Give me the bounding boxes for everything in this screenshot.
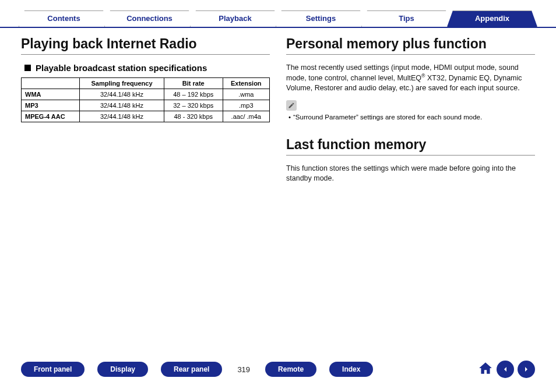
table-row: MP3 32/44.1/48 kHz 32 – 320 kbps .mp3 xyxy=(22,100,270,111)
rear-panel-button[interactable]: Rear panel xyxy=(161,362,222,377)
subheading-text: Playable broadcast station specification… xyxy=(36,63,207,73)
spec-table: Sampling frequency Bit rate Extension WM… xyxy=(21,77,270,122)
top-tabs: Contents Connections Playback Settings T… xyxy=(0,0,556,27)
right-column: Personal memory plus function The most r… xyxy=(286,36,535,190)
th-bitrate: Bit rate xyxy=(164,78,223,89)
tab-contents[interactable]: Contents xyxy=(19,10,109,27)
page-content: Playing back Internet Radio Playable bro… xyxy=(0,27,556,190)
cell-name: MP3 xyxy=(22,100,80,111)
heading-internet-radio: Playing back Internet Radio xyxy=(21,36,270,52)
remote-button[interactable]: Remote xyxy=(265,362,316,377)
index-button[interactable]: Index xyxy=(329,362,373,377)
next-page-button[interactable] xyxy=(518,361,535,378)
th-extension: Extension xyxy=(223,78,269,89)
home-icon[interactable] xyxy=(478,361,493,378)
square-bullet-icon xyxy=(24,65,31,71)
para-personal-memory: The most recently used settings (input m… xyxy=(286,63,535,93)
tab-appendix[interactable]: Appendix xyxy=(447,10,537,27)
page-number: 319 xyxy=(237,365,250,374)
table-header-row: Sampling frequency Bit rate Extension xyxy=(22,78,270,89)
heading-personal-memory: Personal memory plus function xyxy=(286,36,535,52)
cell-sf: 32/44.1/48 kHz xyxy=(80,100,164,111)
front-panel-button[interactable]: Front panel xyxy=(21,362,85,377)
cell-br: 48 - 320 kbps xyxy=(164,111,223,122)
left-column: Playing back Internet Radio Playable bro… xyxy=(21,36,270,190)
cell-ext: .mp3 xyxy=(223,100,269,111)
para-last-function: This function stores the settings which … xyxy=(286,164,535,183)
table-row: MPEG-4 AAC 32/44.1/48 kHz 48 - 320 kbps … xyxy=(22,111,270,122)
note-text: “Surround Parameter” settings are stored… xyxy=(293,113,482,122)
cell-ext: .aac/ .m4a xyxy=(223,111,269,122)
cell-br: 32 – 320 kbps xyxy=(164,100,223,111)
footer-nav: Front panel Display Rear panel 319 Remot… xyxy=(0,361,556,378)
th-blank xyxy=(22,78,80,89)
table-row: WMA 32/44.1/48 kHz 48 – 192 kbps .wma xyxy=(22,89,270,100)
cell-sf: 32/44.1/48 kHz xyxy=(80,89,164,100)
prev-page-button[interactable] xyxy=(497,361,514,378)
th-sampling: Sampling frequency xyxy=(80,78,164,89)
cell-name: WMA xyxy=(22,89,80,100)
cell-name: MPEG-4 AAC xyxy=(22,111,80,122)
tab-settings[interactable]: Settings xyxy=(276,10,366,27)
cell-sf: 32/44.1/48 kHz xyxy=(80,111,164,122)
pencil-note-icon xyxy=(286,100,297,111)
tab-playback[interactable]: Playback xyxy=(190,10,280,27)
cell-br: 48 – 192 kbps xyxy=(164,89,223,100)
nav-icons xyxy=(478,361,535,378)
subheading-playable: Playable broadcast station specification… xyxy=(24,63,270,73)
cell-ext: .wma xyxy=(223,89,269,100)
display-button[interactable]: Display xyxy=(97,362,148,377)
note-bullet: “Surround Parameter” settings are stored… xyxy=(288,113,535,122)
tab-connections[interactable]: Connections xyxy=(104,10,195,27)
heading-last-function: Last function memory xyxy=(286,137,535,153)
tab-tips[interactable]: Tips xyxy=(361,10,452,27)
